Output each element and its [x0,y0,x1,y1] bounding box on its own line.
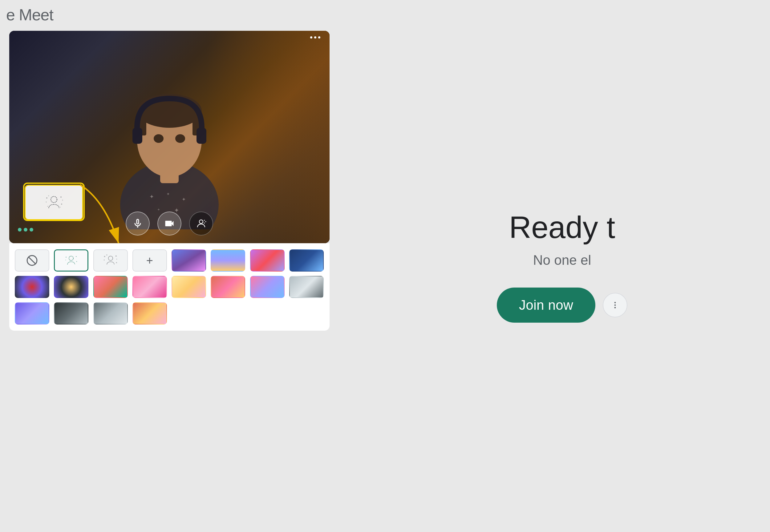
effects-button[interactable] [189,212,213,236]
bg-bookshelf-option[interactable] [15,302,49,324]
blur-portrait-icon [43,193,65,212]
camera-button[interactable] [157,212,181,236]
svg-point-15 [51,196,57,203]
svg-point-18 [60,196,62,198]
svg-point-23 [60,207,61,208]
svg-point-20 [46,201,47,202]
svg-point-21 [61,204,62,205]
more-options-button[interactable] [310,36,320,38]
svg-point-26 [205,221,206,222]
bg-pink-soft-option[interactable] [171,276,206,298]
bg-beach-option[interactable] [211,249,245,272]
svg-point-33 [65,260,66,260]
svg-rect-9 [196,128,206,144]
video-panel: ✦ ✦ ✦ ✦ ✦ [9,31,329,331]
bg-room-option[interactable] [93,302,128,324]
svg-text:✦: ✦ [182,197,186,202]
svg-point-16 [46,197,47,199]
svg-point-6 [154,134,163,143]
bg-confetti-option[interactable] [250,276,284,298]
bg-galaxy-option[interactable] [15,276,49,298]
svg-point-32 [76,256,77,257]
status-dot-1 [18,228,22,232]
status-dot-3 [30,228,33,232]
mic-button[interactable] [126,212,150,236]
svg-line-29 [29,257,35,264]
svg-point-41 [116,262,117,263]
bg-none-option[interactable] [15,249,49,272]
join-now-button[interactable]: Join now [497,288,595,323]
background-grid: + [15,249,324,324]
bg-blur-subtle-option[interactable] [54,249,88,272]
svg-text:✦: ✦ [149,194,154,200]
page-title: e Meet [6,6,53,24]
bg-purple-sky-option[interactable] [250,249,284,272]
svg-point-17 [48,195,49,196]
svg-point-25 [204,220,205,221]
svg-text:✦: ✦ [166,191,170,196]
svg-point-38 [115,256,116,257]
status-dots [18,228,33,232]
video-controls-bar [9,212,329,236]
bg-blur-strong-option[interactable] [93,249,128,272]
svg-point-44 [615,304,616,306]
bg-tower-option[interactable] [54,302,88,324]
svg-point-43 [615,302,616,303]
video-background: ✦ ✦ ✦ ✦ ✦ [9,31,329,243]
svg-point-31 [66,257,66,258]
svg-point-27 [204,223,205,224]
bg-pink-floral-option[interactable] [132,276,167,298]
video-preview: ✦ ✦ ✦ ✦ ✦ [9,31,329,243]
add-icon: + [146,254,153,267]
svg-point-7 [175,134,185,143]
svg-point-45 [615,307,616,308]
svg-point-19 [62,199,63,200]
more-options-circle-button[interactable] [603,293,627,317]
svg-rect-8 [132,128,142,144]
main-container: ✦ ✦ ✦ ✦ ✦ [9,31,329,331]
background-selector-panel: + [9,243,329,331]
svg-point-22 [47,206,48,207]
svg-text:✦: ✦ [157,208,160,212]
svg-point-36 [104,256,105,257]
svg-point-30 [69,256,73,260]
bg-sunset-option[interactable] [171,249,206,272]
right-panel: Ready t No one el Join now [354,0,770,532]
svg-point-37 [106,254,107,256]
bg-add-new-option[interactable]: + [132,249,167,272]
svg-point-35 [108,256,112,260]
svg-point-34 [76,261,77,262]
no-one-text: No one el [533,252,591,268]
svg-point-24 [199,220,203,224]
bg-fireworks-option[interactable] [54,276,88,298]
action-buttons: Join now [497,288,627,323]
ready-title: Ready t [509,210,615,245]
svg-point-40 [103,260,105,261]
status-dot-2 [24,228,27,232]
svg-point-39 [116,259,117,260]
bg-flowers-option[interactable] [93,276,128,298]
bg-cozy-option[interactable] [132,302,167,324]
bg-office-option[interactable] [289,276,324,298]
bg-pink-dots-option[interactable] [211,276,245,298]
bg-blue-water-option[interactable] [289,249,324,272]
